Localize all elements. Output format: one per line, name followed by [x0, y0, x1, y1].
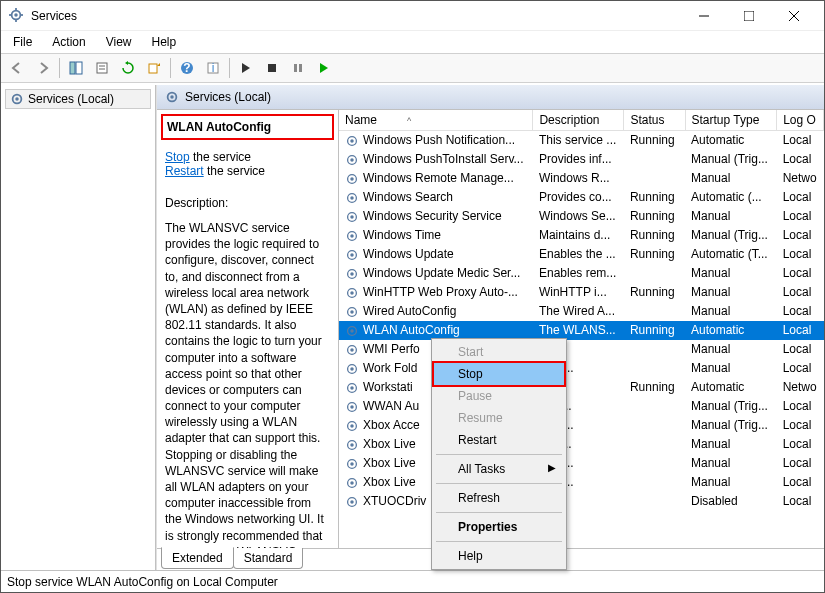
- menu-item-resume: Resume: [434, 407, 564, 429]
- show-hide-tree-button[interactable]: [64, 56, 88, 80]
- cell-startup: Automatic (...: [685, 188, 777, 207]
- cell-status: Running: [624, 226, 685, 245]
- menu-action[interactable]: Action: [44, 33, 93, 51]
- svg-point-28: [350, 139, 354, 143]
- table-row[interactable]: WinHTTP Web Proxy Auto-...WinHTTP i...Ru…: [339, 283, 824, 302]
- table-row[interactable]: Windows SearchProvides co...RunningAutom…: [339, 188, 824, 207]
- table-row[interactable]: Windows UpdateEnables the ...RunningAuto…: [339, 245, 824, 264]
- services-icon: [165, 90, 179, 104]
- cell-name: Wired AutoConfig: [339, 302, 533, 321]
- table-row[interactable]: Workstatind ...RunningAutomaticNetwo: [339, 378, 824, 397]
- cell-status: Running: [624, 283, 685, 302]
- cell-description: Enables the ...: [533, 245, 624, 264]
- export-button[interactable]: [142, 56, 166, 80]
- table-row[interactable]: Wired AutoConfigThe Wired A...ManualLoca…: [339, 302, 824, 321]
- table-row[interactable]: WWAN Aus pe...Manual (Trig...Local: [339, 397, 824, 416]
- cell-logon: Local: [777, 226, 824, 245]
- svg-rect-7: [744, 11, 754, 21]
- tab-standard[interactable]: Standard: [233, 548, 304, 569]
- menu-separator: [436, 512, 562, 513]
- table-row[interactable]: Xbox Accevice ...Manual (Trig...Local: [339, 416, 824, 435]
- menu-help[interactable]: Help: [144, 33, 185, 51]
- table-row[interactable]: Windows Security ServiceWindows Se...Run…: [339, 207, 824, 226]
- cell-startup: Manual: [685, 359, 777, 378]
- svg-point-30: [350, 158, 354, 162]
- forward-button[interactable]: [31, 56, 55, 80]
- table-row[interactable]: Xbox Live vice ...ManualLocal: [339, 473, 824, 492]
- minimize-button[interactable]: [681, 2, 726, 30]
- svg-point-64: [350, 481, 354, 485]
- table-row[interactable]: Windows Remote Manage...Windows R...Manu…: [339, 169, 824, 188]
- cell-logon: Netwo: [777, 169, 824, 188]
- table-row[interactable]: Windows TimeMaintains d...RunningManual …: [339, 226, 824, 245]
- menu-item-help[interactable]: Help: [434, 545, 564, 567]
- svg-point-48: [350, 329, 354, 333]
- properties-toolbar-button[interactable]: [90, 56, 114, 80]
- menu-file[interactable]: File: [5, 33, 40, 51]
- stop-service-link[interactable]: Stop: [165, 150, 190, 164]
- svg-text:i: i: [212, 61, 215, 75]
- cell-startup: Automatic (T...: [685, 245, 777, 264]
- svg-point-62: [350, 462, 354, 466]
- title-bar: Services: [1, 1, 824, 31]
- column-description[interactable]: Description: [533, 110, 624, 131]
- table-row[interactable]: Windows PushToInstall Serv...Provides in…: [339, 150, 824, 169]
- menu-item-all-tasks[interactable]: All Tasks▶: [434, 458, 564, 480]
- cell-startup: Automatic: [685, 321, 777, 340]
- table-row[interactable]: Work Foldvice ...ManualLocal: [339, 359, 824, 378]
- svg-point-56: [350, 405, 354, 409]
- table-row[interactable]: Xbox Live vice ...ManualLocal: [339, 454, 824, 473]
- menu-item-stop[interactable]: Stop: [432, 361, 566, 387]
- pause-service-button[interactable]: [286, 56, 310, 80]
- service-action-restart-line: Restart the service: [165, 164, 330, 178]
- svg-point-58: [350, 424, 354, 428]
- svg-rect-15: [149, 64, 157, 73]
- back-button[interactable]: [5, 56, 29, 80]
- restart-service-link[interactable]: Restart: [165, 164, 204, 178]
- cell-logon: Local: [777, 283, 824, 302]
- cell-status: Running: [624, 207, 685, 226]
- svg-point-60: [350, 443, 354, 447]
- service-list-pane: Name^ Description Status Startup Type Lo…: [339, 110, 824, 548]
- cell-logon: Local: [777, 245, 824, 264]
- cell-description: The WLANS...: [533, 321, 624, 340]
- column-status[interactable]: Status: [624, 110, 685, 131]
- cell-description: Maintains d...: [533, 226, 624, 245]
- cell-status: [624, 454, 685, 473]
- table-row[interactable]: Xbox Live s au...ManualLocal: [339, 435, 824, 454]
- refresh-button[interactable]: [116, 56, 140, 80]
- table-row[interactable]: XTUOCDrivOv...DisabledLocal: [339, 492, 824, 511]
- tab-extended[interactable]: Extended: [161, 547, 234, 569]
- cell-status: [624, 302, 685, 321]
- table-row[interactable]: Windows Push Notification...This service…: [339, 131, 824, 150]
- svg-point-46: [350, 310, 354, 314]
- selected-service-title: WLAN AutoConfig: [167, 120, 328, 134]
- close-button[interactable]: [771, 2, 816, 30]
- menu-item-properties[interactable]: Properties: [434, 516, 564, 538]
- column-name[interactable]: Name^: [339, 110, 533, 131]
- stop-service-button[interactable]: [260, 56, 284, 80]
- table-row[interactable]: Windows Update Medic Ser...Enables rem..…: [339, 264, 824, 283]
- nav-services-local[interactable]: Services (Local): [5, 89, 151, 109]
- cell-name: WinHTTP Web Proxy Auto-...: [339, 283, 533, 302]
- menu-item-refresh[interactable]: Refresh: [434, 487, 564, 509]
- table-row[interactable]: WMI PerfoManualLocal: [339, 340, 824, 359]
- table-row[interactable]: WLAN AutoConfigThe WLANS...RunningAutoma…: [339, 321, 824, 340]
- restart-service-button[interactable]: [312, 56, 336, 80]
- menu-item-start: Start: [434, 341, 564, 363]
- menu-view[interactable]: View: [98, 33, 140, 51]
- menu-item-restart[interactable]: Restart: [434, 429, 564, 451]
- column-startup[interactable]: Startup Type: [685, 110, 777, 131]
- svg-point-40: [350, 253, 354, 257]
- about-button[interactable]: i: [201, 56, 225, 80]
- nav-label: Services (Local): [28, 92, 114, 106]
- menu-separator: [436, 483, 562, 484]
- service-action-stop-line: Stop the service: [165, 150, 330, 164]
- help-button[interactable]: ?: [175, 56, 199, 80]
- cell-status: Running: [624, 378, 685, 397]
- column-logon[interactable]: Log O: [777, 110, 824, 131]
- svg-point-44: [350, 291, 354, 295]
- cell-startup: Manual (Trig...: [685, 397, 777, 416]
- start-service-button[interactable]: [234, 56, 258, 80]
- maximize-button[interactable]: [726, 2, 771, 30]
